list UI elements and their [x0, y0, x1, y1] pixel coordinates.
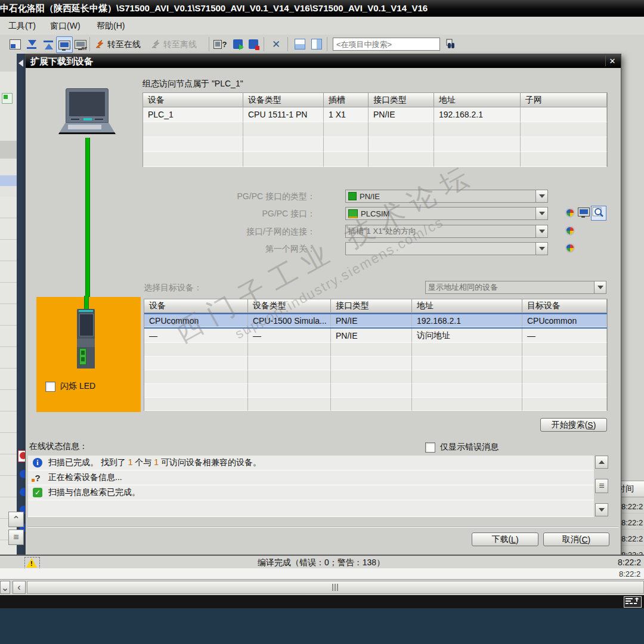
- rt-label: RT: [82, 47, 87, 51]
- disconnect-icon[interactable]: ✕: [268, 36, 284, 52]
- scrollbar-thumb[interactable]: [27, 581, 644, 594]
- table-row[interactable]: PLC_1 CPU 1511-1 PN 1 X1 PN/IE 192.168.2…: [143, 107, 607, 122]
- start-simulation-icon[interactable]: [56, 36, 73, 53]
- subnet-conn-value: 插槽"1 X1"处的方向: [348, 226, 416, 237]
- device-info-search-icon[interactable]: [591, 206, 606, 221]
- start-cpu-icon[interactable]: [230, 36, 246, 52]
- table-row-selected[interactable]: CPUcommon CPU-1500 Simula... PN/IE 192.1…: [144, 313, 607, 329]
- divider: [28, 527, 618, 528]
- table-row[interactable]: — — PN/IE 访问地址 —: [144, 329, 607, 343]
- go-offline-icon[interactable]: [149, 36, 165, 52]
- messages-scroll-up-button[interactable]: [595, 456, 608, 469]
- network-card-icon: [348, 209, 358, 218]
- main-toolbar: RT 转至在线 转至离线 ? ✕: [0, 35, 644, 54]
- status-message-row[interactable]: i 扫描已完成。 找到了 1 个与 1 可访问设备相兼容的设备。: [28, 456, 594, 470]
- start-search-button[interactable]: 开始搜索(S): [540, 418, 607, 432]
- portal-bottom-area: [0, 608, 644, 644]
- collapse-left-icon[interactable]: [18, 60, 23, 67]
- errors-only-row: 仅显示错误消息: [425, 442, 499, 453]
- online-cable: [84, 296, 89, 310]
- first-gateway-select[interactable]: [345, 242, 548, 255]
- dropdown-arrow[interactable]: [535, 190, 547, 202]
- dropdown-arrow[interactable]: [594, 281, 606, 293]
- cell: —: [144, 329, 248, 343]
- search-input[interactable]: [333, 38, 440, 51]
- target-filter-select[interactable]: 显示地址相同的设备: [425, 281, 606, 294]
- compile-status-row[interactable]: 编译完成（错误：0；警告：138） 8:22:2: [0, 555, 644, 569]
- subnet-conn-select[interactable]: 插槽"1 X1"处的方向: [345, 225, 548, 238]
- go-online-icon[interactable]: [93, 36, 109, 52]
- tree-band: [0, 141, 17, 159]
- show-accessible-devices-icon[interactable]: [578, 208, 590, 216]
- column-header: 设备: [143, 93, 243, 107]
- cell: CPU 1511-1 PN: [243, 107, 324, 122]
- row-divider: [620, 545, 644, 546]
- menu-help[interactable]: 帮助(H): [93, 20, 128, 33]
- dropdown-arrow[interactable]: [535, 208, 547, 219]
- upload-from-device-icon[interactable]: [41, 36, 56, 52]
- warning-cell: [25, 558, 39, 569]
- column-header: 子网: [521, 93, 607, 107]
- stop-cpu-icon[interactable]: [246, 36, 261, 52]
- column-header: 地址: [434, 93, 521, 107]
- go-online-label[interactable]: 转至在线: [107, 39, 141, 50]
- shield-icon: [565, 243, 575, 253]
- tree-scroll-thumb[interactable]: ≡: [8, 530, 24, 545]
- pgpc-iface-select[interactable]: PLCSIM: [345, 207, 548, 220]
- column-header: 目标设备: [522, 299, 607, 313]
- go-offline-label[interactable]: 转至离线: [163, 39, 197, 50]
- pgpc-type-select[interactable]: PN/IE: [345, 190, 548, 203]
- status-message-row[interactable]: ? 正在检索设备信息...: [28, 470, 594, 485]
- cell: 192.168.2.1: [434, 107, 521, 122]
- cell: PLC_1: [143, 107, 243, 122]
- window-titlebar: 中石化洛阳（陕西延长中煤）\S71500_AVI_V0.1\S71500_AVI…: [0, 0, 644, 17]
- inspector-empty-row: 8:22:2: [0, 568, 644, 579]
- overview-toggle-icon[interactable]: [624, 596, 642, 608]
- errors-only-label: 仅显示错误消息: [440, 442, 499, 453]
- dropdown-arrow[interactable]: [535, 225, 547, 237]
- table-row: [144, 398, 607, 411]
- pgpc-iface-value: PLCSIM: [361, 209, 389, 218]
- search-in-project-icon[interactable]: [444, 36, 459, 52]
- tree-scroll-up-button[interactable]: ⌃: [8, 512, 24, 527]
- pane-collapse-down-button[interactable]: ⌄: [0, 581, 10, 594]
- compile-status-text: 编译完成（错误：0；警告：138）: [258, 558, 385, 568]
- config-node-label: 组态访问节点属于 "PLC_1": [143, 79, 243, 89]
- start-runtime-icon[interactable]: RT: [73, 36, 88, 52]
- table-header-row: 设备 设备类型 插槽 接口类型 地址 子网: [143, 93, 607, 107]
- time-value-partial: 8:22:2: [619, 569, 644, 578]
- accessible-devices-icon[interactable]: ?: [212, 36, 228, 52]
- menu-tools[interactable]: 工具(T): [5, 20, 39, 33]
- pgpc-type-label: PG/PC 接口的类型：: [172, 191, 315, 202]
- toolbar-separator: [209, 37, 209, 51]
- status-message-text: 正在检索设备信息...: [48, 472, 122, 483]
- scroll-left-button[interactable]: ‹: [13, 581, 26, 594]
- split-horizontal-icon[interactable]: [292, 36, 308, 52]
- messages-scroll-down-button[interactable]: [595, 503, 608, 516]
- tree-selected-row[interactable]: [0, 175, 17, 186]
- split-vertical-icon[interactable]: [309, 36, 324, 52]
- status-message-row[interactable]: ✓ 扫描与信息检索已完成。: [28, 485, 594, 500]
- table-row: [143, 122, 607, 137]
- target-filter-value: 显示地址相同的设备: [428, 282, 498, 293]
- errors-only-checkbox[interactable]: [425, 442, 435, 453]
- menu-window[interactable]: 窗口(W): [47, 20, 84, 33]
- dialog-title: 扩展下载到设备: [30, 56, 93, 66]
- messages-scroll-thumb[interactable]: ≡: [595, 479, 608, 493]
- download-button[interactable]: 下载(L): [472, 532, 538, 546]
- save-window-layout-icon[interactable]: [7, 36, 23, 52]
- flash-led-checkbox[interactable]: [45, 382, 55, 392]
- cell: —: [248, 329, 331, 343]
- dialog-titlebar: 扩展下载到设备 ✕: [26, 54, 621, 68]
- column-header: 设备类型: [243, 93, 324, 107]
- target-device-panel: 闪烁 LED: [36, 297, 141, 412]
- download-to-device-icon[interactable]: [24, 36, 39, 52]
- dialog-close-button[interactable]: ✕: [605, 55, 619, 66]
- shield-icon: [565, 226, 575, 236]
- flash-led-row: 闪烁 LED: [45, 381, 95, 392]
- warning-icon: [26, 558, 37, 568]
- dropdown-arrow[interactable]: [535, 243, 547, 255]
- cell: 访问地址: [412, 329, 522, 343]
- status-message-text: 扫描与信息检索已完成。: [48, 487, 140, 498]
- cancel-button[interactable]: 取消(C): [543, 532, 609, 546]
